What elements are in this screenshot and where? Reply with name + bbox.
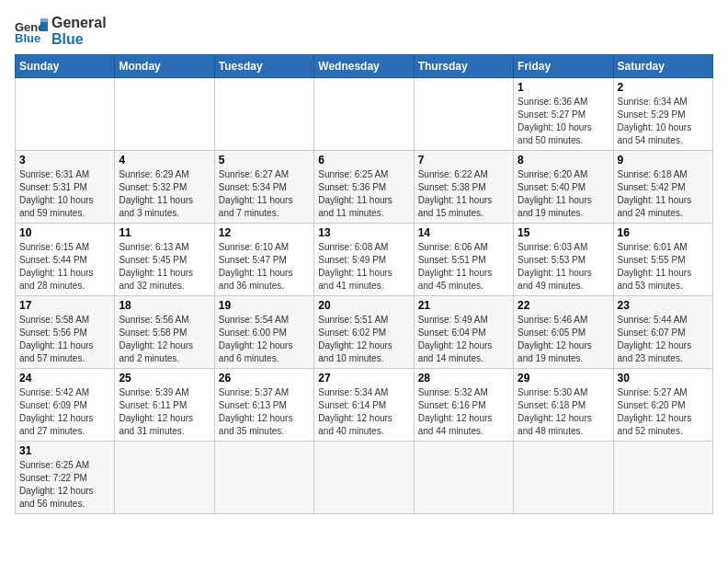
day-info: Sunrise: 6:29 AM Sunset: 5:32 PM Dayligh… bbox=[119, 168, 210, 220]
calendar-cell bbox=[314, 442, 414, 514]
calendar-cell: 19Sunrise: 5:54 AM Sunset: 6:00 PM Dayli… bbox=[214, 296, 313, 369]
calendar-cell: 4Sunrise: 6:29 AM Sunset: 5:32 PM Daylig… bbox=[115, 151, 214, 224]
calendar-cell: 16Sunrise: 6:01 AM Sunset: 5:55 PM Dayli… bbox=[613, 224, 712, 296]
calendar-week-row: 24Sunrise: 5:42 AM Sunset: 6:09 PM Dayli… bbox=[16, 369, 713, 442]
calendar-cell: 12Sunrise: 6:10 AM Sunset: 5:47 PM Dayli… bbox=[214, 224, 313, 296]
calendar-cell: 3Sunrise: 6:31 AM Sunset: 5:31 PM Daylig… bbox=[16, 151, 115, 224]
day-number: 24 bbox=[19, 372, 110, 385]
calendar-cell: 29Sunrise: 5:30 AM Sunset: 6:18 PM Dayli… bbox=[514, 369, 613, 442]
calendar-cell bbox=[414, 442, 513, 514]
day-info: Sunrise: 6:06 AM Sunset: 5:51 PM Dayligh… bbox=[418, 241, 509, 293]
calendar-cell: 28Sunrise: 5:32 AM Sunset: 6:16 PM Dayli… bbox=[414, 369, 513, 442]
weekday-header-tuesday: Tuesday bbox=[214, 55, 313, 78]
day-number: 29 bbox=[518, 372, 609, 385]
day-number: 10 bbox=[19, 226, 110, 239]
day-info: Sunrise: 5:49 AM Sunset: 6:04 PM Dayligh… bbox=[418, 314, 509, 365]
logo-general: General bbox=[51, 15, 107, 31]
day-number: 13 bbox=[318, 226, 409, 239]
calendar-cell bbox=[214, 442, 313, 514]
calendar-week-row: 31Sunrise: 6:25 AM Sunset: 7:22 PM Dayli… bbox=[16, 442, 713, 514]
day-number: 4 bbox=[119, 154, 210, 167]
day-number: 26 bbox=[219, 372, 310, 385]
day-info: Sunrise: 5:27 AM Sunset: 6:20 PM Dayligh… bbox=[618, 386, 709, 438]
calendar-week-row: 10Sunrise: 6:15 AM Sunset: 5:44 PM Dayli… bbox=[16, 224, 713, 296]
calendar-cell: 17Sunrise: 5:58 AM Sunset: 5:56 PM Dayli… bbox=[16, 296, 115, 369]
day-number: 17 bbox=[19, 299, 110, 312]
day-info: Sunrise: 5:54 AM Sunset: 6:00 PM Dayligh… bbox=[219, 314, 310, 365]
day-number: 30 bbox=[618, 372, 709, 385]
logo: General Blue General Blue bbox=[15, 15, 107, 47]
calendar-cell: 27Sunrise: 5:34 AM Sunset: 6:14 PM Dayli… bbox=[314, 369, 414, 442]
day-info: Sunrise: 6:15 AM Sunset: 5:44 PM Dayligh… bbox=[19, 241, 110, 293]
calendar-cell: 6Sunrise: 6:25 AM Sunset: 5:36 PM Daylig… bbox=[314, 151, 414, 224]
weekday-header-wednesday: Wednesday bbox=[314, 55, 414, 78]
day-info: Sunrise: 6:36 AM Sunset: 5:27 PM Dayligh… bbox=[518, 96, 609, 147]
svg-marker-3 bbox=[40, 18, 48, 24]
calendar-cell: 15Sunrise: 6:03 AM Sunset: 5:53 PM Dayli… bbox=[514, 224, 613, 296]
calendar-cell: 10Sunrise: 6:15 AM Sunset: 5:44 PM Dayli… bbox=[16, 224, 115, 296]
calendar-cell: 25Sunrise: 5:39 AM Sunset: 6:11 PM Dayli… bbox=[115, 369, 214, 442]
calendar-cell bbox=[414, 78, 513, 151]
day-number: 22 bbox=[518, 299, 609, 312]
day-number: 23 bbox=[618, 299, 709, 312]
calendar-cell bbox=[16, 78, 115, 151]
day-number: 31 bbox=[19, 444, 110, 457]
calendar-week-row: 17Sunrise: 5:58 AM Sunset: 5:56 PM Dayli… bbox=[16, 296, 713, 369]
logo-blue: Blue bbox=[51, 31, 107, 48]
day-info: Sunrise: 6:25 AM Sunset: 5:36 PM Dayligh… bbox=[318, 168, 409, 220]
day-number: 7 bbox=[418, 154, 509, 167]
day-number: 19 bbox=[219, 299, 310, 312]
day-info: Sunrise: 6:27 AM Sunset: 5:34 PM Dayligh… bbox=[219, 168, 310, 220]
calendar-cell bbox=[613, 442, 712, 514]
calendar-cell: 5Sunrise: 6:27 AM Sunset: 5:34 PM Daylig… bbox=[214, 151, 313, 224]
day-info: Sunrise: 5:37 AM Sunset: 6:13 PM Dayligh… bbox=[219, 386, 310, 438]
day-number: 21 bbox=[418, 299, 509, 312]
calendar-cell bbox=[314, 78, 414, 151]
calendar-cell: 26Sunrise: 5:37 AM Sunset: 6:13 PM Dayli… bbox=[214, 369, 313, 442]
day-number: 2 bbox=[618, 81, 709, 94]
calendar-cell: 24Sunrise: 5:42 AM Sunset: 6:09 PM Dayli… bbox=[16, 369, 115, 442]
day-info: Sunrise: 5:44 AM Sunset: 6:07 PM Dayligh… bbox=[618, 314, 709, 365]
weekday-header-monday: Monday bbox=[115, 55, 214, 78]
calendar-cell: 9Sunrise: 6:18 AM Sunset: 5:42 PM Daylig… bbox=[613, 151, 712, 224]
calendar-cell: 30Sunrise: 5:27 AM Sunset: 6:20 PM Dayli… bbox=[613, 369, 712, 442]
day-info: Sunrise: 6:18 AM Sunset: 5:42 PM Dayligh… bbox=[618, 168, 709, 220]
day-info: Sunrise: 6:22 AM Sunset: 5:38 PM Dayligh… bbox=[418, 168, 509, 220]
calendar-cell bbox=[115, 78, 214, 151]
calendar-cell bbox=[514, 442, 613, 514]
day-number: 15 bbox=[518, 226, 609, 239]
logo-image: General Blue bbox=[15, 18, 48, 44]
calendar-cell: 22Sunrise: 5:46 AM Sunset: 6:05 PM Dayli… bbox=[514, 296, 613, 369]
day-info: Sunrise: 5:34 AM Sunset: 6:14 PM Dayligh… bbox=[318, 386, 409, 438]
day-info: Sunrise: 6:01 AM Sunset: 5:55 PM Dayligh… bbox=[618, 241, 709, 293]
day-number: 18 bbox=[119, 299, 210, 312]
calendar-cell: 8Sunrise: 6:20 AM Sunset: 5:40 PM Daylig… bbox=[514, 151, 613, 224]
day-number: 11 bbox=[119, 226, 210, 239]
day-number: 16 bbox=[618, 226, 709, 239]
calendar-week-row: 1Sunrise: 6:36 AM Sunset: 5:27 PM Daylig… bbox=[16, 78, 713, 151]
calendar-cell: 2Sunrise: 6:34 AM Sunset: 5:29 PM Daylig… bbox=[613, 78, 712, 151]
day-number: 28 bbox=[418, 372, 509, 385]
weekday-header-friday: Friday bbox=[514, 55, 613, 78]
calendar-cell: 1Sunrise: 6:36 AM Sunset: 5:27 PM Daylig… bbox=[514, 78, 613, 151]
day-info: Sunrise: 5:46 AM Sunset: 6:05 PM Dayligh… bbox=[518, 314, 609, 365]
weekday-header-saturday: Saturday bbox=[613, 55, 712, 78]
day-number: 14 bbox=[418, 226, 509, 239]
day-number: 12 bbox=[219, 226, 310, 239]
day-info: Sunrise: 6:31 AM Sunset: 5:31 PM Dayligh… bbox=[19, 168, 110, 220]
day-number: 6 bbox=[318, 154, 409, 167]
day-info: Sunrise: 5:51 AM Sunset: 6:02 PM Dayligh… bbox=[318, 314, 409, 365]
calendar-cell bbox=[214, 78, 313, 151]
day-info: Sunrise: 6:34 AM Sunset: 5:29 PM Dayligh… bbox=[618, 96, 709, 147]
calendar-cell: 23Sunrise: 5:44 AM Sunset: 6:07 PM Dayli… bbox=[613, 296, 712, 369]
weekday-header-row: SundayMondayTuesdayWednesdayThursdayFrid… bbox=[16, 55, 713, 78]
calendar-cell: 20Sunrise: 5:51 AM Sunset: 6:02 PM Dayli… bbox=[314, 296, 414, 369]
day-info: Sunrise: 6:08 AM Sunset: 5:49 PM Dayligh… bbox=[318, 241, 409, 293]
day-info: Sunrise: 5:42 AM Sunset: 6:09 PM Dayligh… bbox=[19, 386, 110, 438]
calendar-cell: 21Sunrise: 5:49 AM Sunset: 6:04 PM Dayli… bbox=[414, 296, 513, 369]
day-info: Sunrise: 5:30 AM Sunset: 6:18 PM Dayligh… bbox=[518, 386, 609, 438]
calendar-table: SundayMondayTuesdayWednesdayThursdayFrid… bbox=[15, 54, 713, 514]
day-info: Sunrise: 5:58 AM Sunset: 5:56 PM Dayligh… bbox=[19, 314, 110, 365]
calendar-cell: 11Sunrise: 6:13 AM Sunset: 5:45 PM Dayli… bbox=[115, 224, 214, 296]
day-number: 3 bbox=[19, 154, 110, 167]
